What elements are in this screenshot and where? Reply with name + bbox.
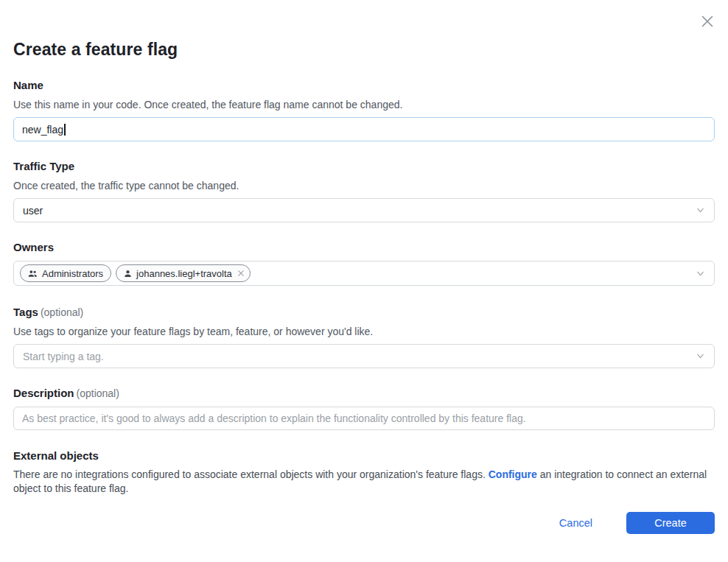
traffic-type-selected-value: user bbox=[23, 205, 43, 217]
configure-link[interactable]: Configure bbox=[489, 468, 537, 480]
owner-chip-label: Administrators bbox=[42, 268, 103, 279]
owner-chip-administrators[interactable]: Administrators bbox=[20, 264, 111, 282]
tags-label: Tags(optional) bbox=[13, 306, 715, 319]
name-label: Name bbox=[13, 79, 715, 92]
external-objects-text: There are no integrations configured to … bbox=[13, 468, 715, 495]
name-helper-text: Use this name in your code. Once created… bbox=[13, 98, 715, 111]
name-input[interactable]: new_flag bbox=[13, 117, 715, 141]
description-optional-text: (optional) bbox=[77, 387, 119, 399]
traffic-type-helper-text: Once created, the traffic type cannot be… bbox=[13, 179, 715, 192]
dialog-footer: Cancel Create bbox=[13, 512, 715, 534]
group-icon bbox=[28, 270, 38, 278]
name-input-value: new_flag bbox=[22, 124, 63, 136]
close-icon bbox=[699, 13, 715, 29]
tags-placeholder: Start typing a tag. bbox=[23, 351, 104, 362]
tags-helper-text: Use tags to organize your feature flags … bbox=[13, 325, 715, 338]
tags-select[interactable]: Start typing a tag. bbox=[13, 344, 715, 368]
traffic-type-label: Traffic Type bbox=[13, 160, 715, 173]
create-button[interactable]: Create bbox=[626, 512, 715, 534]
external-objects-label: External objects bbox=[13, 449, 715, 463]
tags-optional-text: (optional) bbox=[41, 306, 83, 318]
external-objects-text-before: There are no integrations configured to … bbox=[13, 468, 489, 480]
person-icon bbox=[124, 270, 132, 278]
owner-chip-user[interactable]: johannes.liegl+travolta bbox=[116, 264, 251, 282]
remove-owner-icon[interactable] bbox=[237, 270, 245, 277]
owners-label: Owners bbox=[13, 241, 715, 254]
dialog-title: Create a feature flag bbox=[13, 0, 715, 60]
chevron-down-icon bbox=[696, 351, 705, 361]
tags-label-text: Tags bbox=[13, 306, 38, 318]
chevron-down-icon bbox=[696, 206, 705, 215]
owner-chip-label: johannes.liegl+travolta bbox=[136, 268, 232, 279]
description-placeholder: As best practice, it's good to always ad… bbox=[22, 412, 526, 424]
close-button[interactable] bbox=[698, 12, 717, 31]
description-label: Description(optional) bbox=[13, 387, 715, 400]
owners-select[interactable]: Administrators johannes.liegl+travolta bbox=[13, 261, 715, 286]
chevron-down-icon bbox=[696, 269, 705, 278]
create-feature-flag-dialog: Create a feature flag Name Use this name… bbox=[0, 0, 728, 562]
description-label-text: Description bbox=[13, 387, 74, 399]
description-input[interactable]: As best practice, it's good to always ad… bbox=[13, 407, 715, 430]
traffic-type-select[interactable]: user bbox=[13, 198, 715, 222]
cancel-button[interactable]: Cancel bbox=[559, 517, 592, 529]
text-caret bbox=[64, 124, 66, 136]
